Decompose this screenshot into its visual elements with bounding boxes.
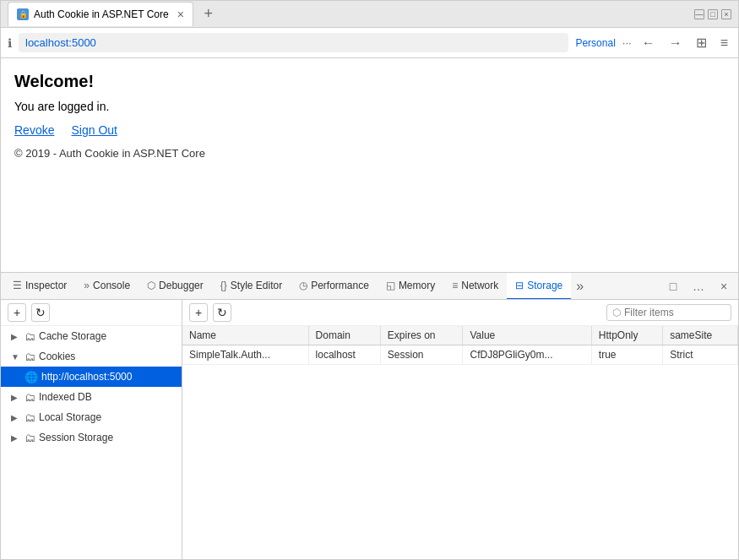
forward-button[interactable]: → [666,34,686,52]
cell-domain: localhost [308,345,380,365]
filter-box: ⬡ [606,304,731,321]
new-tab-button[interactable]: + [198,4,219,24]
indexed-db-icon: 🗂 [24,391,35,404]
devtools-body: + ↻ ▶ 🗂 Cache Storage ▼ 🗂 Cookies [1,300,738,559]
grid-button[interactable]: ⊞ [693,33,710,52]
devtools-dock-button[interactable]: □ [662,275,684,297]
menu-button[interactable]: ≡ [717,34,731,52]
storage-icon: ⊟ [515,280,524,291]
col-domain: Domain [308,326,380,345]
session-storage-toggle-icon: ▶ [11,433,21,443]
cell-httponly: true [591,345,662,365]
local-storage-icon: 🗂 [24,411,35,424]
cell-name: SimpleTalk.Auth... [182,345,308,365]
tab-storage-label: Storage [527,280,562,291]
maximize-button[interactable]: □ [708,9,718,19]
localhost-label: http://localhost:5000 [41,371,132,383]
tab-inspector[interactable]: ☰ Inspector [4,273,75,300]
browser-window: 🔒 Auth Cookie in ASP.NET Core × + — □ × … [0,0,739,560]
table-header-row: Name Domain Expires on Value HttpOnly sa… [182,326,738,345]
storage-table: Name Domain Expires on Value HttpOnly sa… [182,326,738,365]
tab-memory[interactable]: ◱ Memory [378,273,443,300]
back-button[interactable]: ← [638,34,659,52]
cookies-toggle-icon: ▼ [11,352,21,362]
security-icon: ℹ [8,36,12,50]
sidebar-item-local-storage[interactable]: ▶ 🗂 Local Storage [1,407,182,427]
page-links: Revoke Sign Out [14,123,725,137]
tab-performance[interactable]: ◷ Performance [291,273,378,300]
tab-style-editor[interactable]: {} Style Editor [212,273,291,300]
tab-style-editor-label: Style Editor [231,280,282,291]
cache-storage-label: Cache Storage [39,330,106,342]
local-storage-toggle-icon: ▶ [11,413,21,422]
minimize-button[interactable]: — [694,9,704,19]
tab-storage[interactable]: ⊟ Storage [507,273,571,300]
address-bar: ℹ Personal ··· ← → ⊞ ≡ [1,28,738,58]
sidebar-item-cookies[interactable]: ▼ 🗂 Cookies [1,346,182,367]
tab-console-label: Console [93,280,130,291]
tab-network[interactable]: ≡ Network [443,273,507,300]
tab-inspector-label: Inspector [25,280,67,291]
address-bar-actions: Personal ··· ← → ⊞ ≡ [575,33,731,52]
console-icon: » [84,280,90,291]
browser-tab[interactable]: 🔒 Auth Cookie in ASP.NET Core × [8,2,193,26]
inspector-icon: ☰ [13,280,22,291]
sidebar-item-session-storage[interactable]: ▶ 🗂 Session Storage [1,427,182,448]
sidebar-refresh-button[interactable]: ↻ [31,303,50,322]
devtools-settings-button[interactable]: … [687,275,709,297]
tab-console[interactable]: » Console [75,273,139,300]
sidebar-toolbar: + ↻ [1,300,182,326]
network-icon: ≡ [452,280,458,291]
cell-expires: Session [380,345,463,365]
cache-storage-toggle-icon: ▶ [11,332,21,341]
cookies-label: Cookies [39,351,75,362]
memory-icon: ◱ [386,280,395,291]
storage-refresh-button[interactable]: ↻ [213,303,231,322]
cell-samesite: Strict [663,345,738,365]
tab-debugger-label: Debugger [159,280,204,291]
personal-button[interactable]: Personal [575,37,615,49]
sidebar-item-cache-storage[interactable]: ▶ 🗂 Cache Storage [1,326,182,346]
title-bar: 🔒 Auth Cookie in ASP.NET Core × + — □ × [1,1,738,28]
filter-icon: ⬡ [612,307,621,318]
cell-value: CfDJ8PGliGy0m... [463,345,591,365]
storage-add-button[interactable]: + [189,303,208,322]
filter-input[interactable] [624,307,725,318]
address-input[interactable] [19,33,568,52]
debugger-icon: ⬡ [147,280,155,291]
devtools-more-button[interactable]: » [571,279,589,294]
tab-close-button[interactable]: × [177,8,184,21]
storage-toolbar: + ↻ ⬡ [182,300,738,326]
devtools-panel: ☰ Inspector » Console ⬡ Debugger {} Styl… [1,272,738,559]
table-row[interactable]: SimpleTalk.Auth... localhost Session CfD… [182,345,738,365]
title-bar-controls: — □ × [694,9,731,19]
more-button[interactable]: ··· [622,36,632,49]
revoke-link[interactable]: Revoke [14,123,54,137]
tab-title: Auth Cookie in ASP.NET Core [34,8,169,20]
page-logged-status: You are logged in. [14,100,725,113]
tab-debugger[interactable]: ⬡ Debugger [139,273,212,300]
devtools-close-button[interactable]: × [713,275,735,297]
localhost-icon: 🌐 [24,371,38,383]
session-storage-label: Session Storage [39,432,113,443]
local-storage-label: Local Storage [39,411,101,423]
col-name: Name [182,326,308,345]
session-storage-icon: 🗂 [24,432,35,444]
page-welcome-heading: Welcome! [14,72,725,91]
devtools-tabs: ☰ Inspector » Console ⬡ Debugger {} Styl… [1,273,738,300]
signout-link[interactable]: Sign Out [71,123,117,137]
indexed-db-label: Indexed DB [39,391,92,403]
performance-icon: ◷ [299,280,307,291]
col-httponly: HttpOnly [591,326,662,345]
col-expires: Expires on [380,326,463,345]
sidebar-item-localhost[interactable]: 🌐 http://localhost:5000 [1,367,182,387]
col-value: Value [463,326,591,345]
cache-storage-icon: 🗂 [24,330,35,343]
indexed-db-toggle-icon: ▶ [11,393,21,402]
devtools-right-icons: □ … × [662,275,735,297]
style-editor-icon: {} [220,280,227,291]
cookies-icon: 🗂 [24,351,35,363]
sidebar-item-indexed-db[interactable]: ▶ 🗂 Indexed DB [1,387,182,407]
close-button[interactable]: × [721,9,731,19]
sidebar-add-button[interactable]: + [8,303,26,322]
